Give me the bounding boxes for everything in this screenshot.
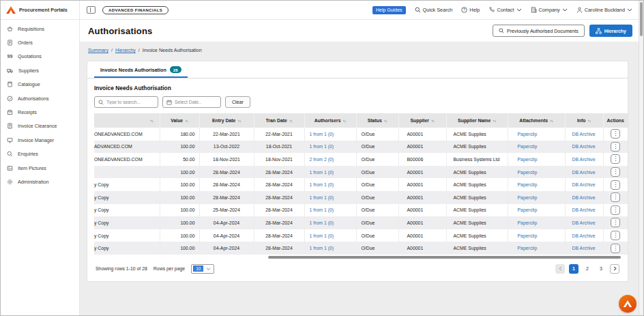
row-actions-button[interactable]: ⋮ (611, 142, 620, 152)
attachments-link[interactable]: Paperclip (518, 220, 538, 225)
attachments-link[interactable]: Paperclip (518, 182, 538, 187)
sidebar-item-invoice-clearance[interactable]: Invoice Clearance (1, 119, 79, 133)
previous-page-button[interactable] (555, 264, 565, 274)
sidebar-toggle-icon[interactable] (87, 6, 96, 14)
column-header-status[interactable]: Status↑↓ (356, 113, 398, 128)
info-link[interactable]: DB Archive (572, 182, 596, 187)
authorisers-link[interactable]: 1 from 1 (0) (310, 132, 334, 137)
authorisers-link[interactable]: 1 from 1 (0) (310, 182, 334, 187)
quick-search-button[interactable]: Quick Search (415, 7, 453, 13)
sidebar-item-requisitions[interactable]: Requisitions (1, 22, 79, 35)
sort-icon: ↑↓ (550, 119, 553, 123)
authorisers-link[interactable]: 1 from 1 (0) (310, 144, 334, 149)
authorisers-link[interactable]: 1 from 1 (0) (310, 246, 334, 250)
sidebar-item-invoice-manager[interactable]: Invoice Manager (1, 133, 79, 147)
date-input[interactable] (175, 100, 217, 104)
column-header-entry-date[interactable]: Entry Date↑↓ (199, 113, 254, 128)
help-guides-button[interactable]: Help Guides (372, 6, 406, 14)
sidebar-item-item-pictures[interactable]: Item Pictures (1, 161, 79, 175)
previously-authorised-documents-button[interactable]: Previously Authorised Documents (493, 25, 585, 37)
breadcrumb-link-summary[interactable]: Summary (88, 48, 108, 53)
info-link[interactable]: DB Archive (572, 132, 596, 137)
attachments-link[interactable]: Paperclip (518, 157, 538, 162)
next-page-button[interactable] (610, 264, 619, 274)
hierarchy-button[interactable]: Hierarchy (589, 25, 632, 37)
cell-status: O/Due (356, 178, 398, 191)
company-menu[interactable]: Company (531, 7, 568, 13)
pagination: 1 2 3 (555, 264, 619, 274)
sidebar-item-catalogue[interactable]: Catalogue (1, 78, 79, 91)
info-link[interactable]: DB Archive (572, 170, 596, 175)
authorisers-link[interactable]: 1 from 1 (0) (310, 170, 334, 175)
column-header-tran-date[interactable]: Tran Date↑↓ (254, 113, 304, 128)
cell-entry-date: 28-Mar-2024 (199, 191, 254, 204)
row-actions-button[interactable]: ⋮ (611, 154, 620, 164)
authorisers-link[interactable]: 1 from 1 (0) (310, 195, 334, 200)
attachments-link[interactable]: Paperclip (518, 144, 538, 149)
column-header-info[interactable]: Info↑↓ (565, 113, 603, 128)
cell-status: O/Due (356, 153, 398, 166)
sidebar-item-orders[interactable]: Orders (1, 35, 79, 49)
column-header-supplier[interactable]: Supplier↑↓ (398, 113, 446, 128)
tab-invoice-needs-authorisation[interactable]: Invoice Needs Authorisation 28 (94, 61, 188, 78)
sidebar-item-receipts[interactable]: Receipts (1, 105, 79, 119)
info-link[interactable]: DB Archive (572, 195, 596, 200)
column-header-value[interactable]: Value↑↓ (160, 113, 199, 128)
row-actions-button[interactable]: ⋮ (611, 192, 620, 202)
attachments-link[interactable]: Paperclip (518, 246, 538, 250)
page-button-2[interactable]: 2 (583, 264, 592, 274)
search-input[interactable] (106, 100, 154, 104)
cell-ref: ONEADVANCED.COM (94, 153, 160, 166)
horizontal-scrollbar-thumb[interactable] (268, 256, 621, 259)
sidebar-item-enquiries[interactable]: Enquiries (1, 147, 79, 161)
date-box[interactable] (162, 96, 221, 108)
clear-button[interactable]: Clear (225, 96, 250, 108)
row-actions-button[interactable]: ⋮ (611, 129, 620, 139)
info-link[interactable]: DB Archive (572, 220, 596, 225)
cell-tran-date: 22-Mar-2021 (254, 128, 304, 141)
advanced-logo-button[interactable] (619, 295, 636, 313)
info-link[interactable]: DB Archive (572, 246, 596, 250)
column-header-attachments[interactable]: Attachments↑↓ (508, 113, 565, 128)
brand[interactable]: Procurement Portals (1, 1, 80, 19)
page-button-3[interactable]: 3 (596, 264, 606, 274)
search-icon (415, 7, 421, 13)
cell-supplier: A00001 (398, 128, 446, 141)
breadcrumb-link-hierarchy[interactable]: Hierarchy (115, 48, 136, 53)
row-actions-button[interactable]: ⋮ (611, 218, 620, 227)
sidebar-item-suppliers[interactable]: Suppliers (1, 63, 79, 77)
column-header-authorisers[interactable]: Authorisers↑↓ (304, 113, 356, 128)
attachments-link[interactable]: Paperclip (518, 132, 538, 137)
info-link[interactable]: DB Archive (572, 144, 596, 149)
column-header-supplier-name[interactable]: Supplier Name↑↓ (446, 113, 508, 128)
sidebar-item-authorisations[interactable]: Authorisations (1, 91, 79, 105)
rows-per-page-select[interactable]: 10 (191, 264, 214, 274)
info-link[interactable]: DB Archive (572, 157, 596, 162)
contact-menu[interactable]: Contact (488, 7, 521, 13)
attachments-link[interactable]: Paperclip (518, 233, 538, 238)
sidebar-item-quotations[interactable]: 99 Quotations (1, 50, 79, 63)
row-actions-button[interactable]: ⋮ (611, 167, 620, 177)
help-button[interactable]: ? Help (461, 7, 480, 13)
page-button-1[interactable]: 1 (569, 264, 579, 274)
info-link[interactable]: DB Archive (572, 207, 596, 212)
authorisers-link[interactable]: 2 from 2 (0) (310, 157, 334, 162)
authorisers-link[interactable]: 1 from 1 (0) (310, 220, 334, 225)
attachments-link[interactable]: Paperclip (518, 207, 538, 212)
attachments-link[interactable]: Paperclip (518, 170, 538, 175)
column-header-ref[interactable]: ↑↓ (94, 113, 160, 128)
authorisers-link[interactable]: 1 from 1 (0) (310, 207, 334, 212)
authorisers-link[interactable]: 1 from 1 (0) (310, 233, 334, 238)
sidebar-item-administration[interactable]: Administration (1, 175, 79, 188)
row-actions-button[interactable]: ⋮ (611, 180, 620, 190)
svg-text:?: ? (463, 8, 465, 12)
row-actions-button[interactable]: ⋮ (611, 205, 620, 215)
vertical-scrollbar-thumb[interactable] (640, 2, 643, 36)
attachments-link[interactable]: Paperclip (518, 195, 538, 200)
info-link[interactable]: DB Archive (572, 233, 596, 238)
search-box[interactable] (94, 96, 158, 108)
row-actions-button[interactable]: ⋮ (611, 231, 620, 240)
sort-icon: ↑↓ (493, 119, 496, 123)
user-menu[interactable]: Caroline Buckland (576, 7, 632, 13)
row-actions-button[interactable]: ⋮ (611, 244, 620, 253)
